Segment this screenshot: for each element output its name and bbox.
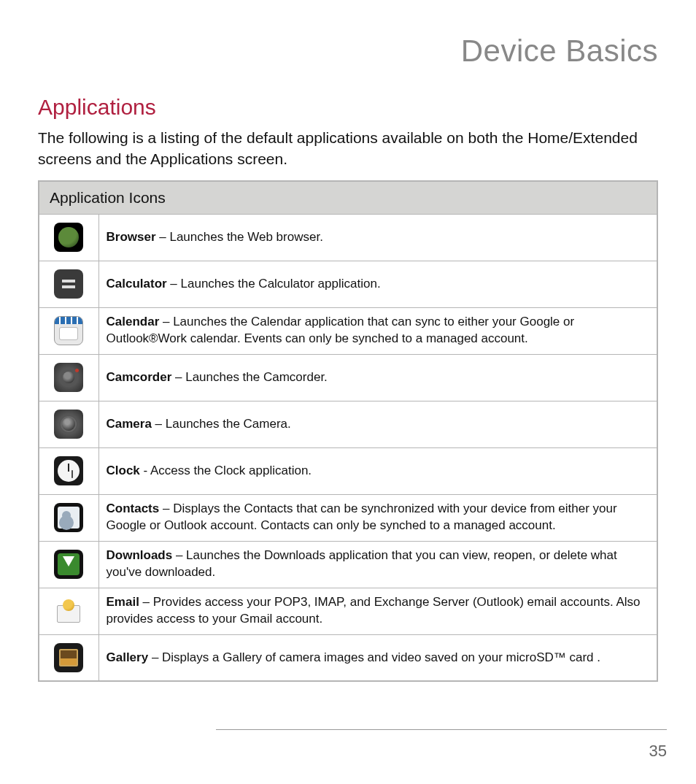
browser-icon xyxy=(54,223,83,252)
section-heading: Applications xyxy=(38,95,658,120)
table-row: Browser – Launches the Web browser. xyxy=(39,214,657,261)
app-description: Browser – Launches the Web browser. xyxy=(98,214,657,261)
calendar-icon xyxy=(54,316,83,345)
app-description: Clock - Access the Clock application. xyxy=(98,447,657,494)
table-row: Downloads – Launches the Downloads appli… xyxy=(39,541,657,588)
table-row: Calendar – Launches the Calendar applica… xyxy=(39,307,657,354)
table-row: Contacts – Displays the Contacts that ca… xyxy=(39,494,657,541)
app-description: Calendar – Launches the Calendar applica… xyxy=(98,307,657,354)
camcorder-icon xyxy=(54,363,83,392)
gallery-icon xyxy=(54,643,83,672)
downloads-icon xyxy=(54,550,83,579)
calculator-icon xyxy=(54,269,83,299)
app-description: Gallery – Displays a Gallery of camera i… xyxy=(98,634,657,681)
app-description: Email – Provides access your POP3, IMAP,… xyxy=(98,588,657,634)
footer-rule xyxy=(216,729,667,730)
app-description: Camera – Launches the Camera. xyxy=(98,401,657,447)
email-icon xyxy=(54,596,83,626)
app-description: Downloads – Launches the Downloads appli… xyxy=(98,541,657,588)
table-row: Gallery – Displays a Gallery of camera i… xyxy=(39,634,657,681)
clock-icon xyxy=(54,456,83,485)
table-row: Clock - Access the Clock application. xyxy=(39,447,657,494)
camera-icon xyxy=(54,410,83,439)
table-row: Email – Provides access your POP3, IMAP,… xyxy=(39,588,657,634)
applications-table: Application Icons Browser – Launches the… xyxy=(38,180,658,683)
contacts-icon xyxy=(54,503,83,532)
table-header: Application Icons xyxy=(39,181,657,215)
page-header-title: Device Basics xyxy=(38,34,658,69)
table-row: Calculator – Launches the Calculator app… xyxy=(39,261,657,307)
table-row: Camcorder – Launches the Camcorder. xyxy=(39,354,657,401)
app-description: Contacts – Displays the Contacts that ca… xyxy=(98,494,657,541)
table-row: Camera – Launches the Camera. xyxy=(39,401,657,447)
app-description: Calculator – Launches the Calculator app… xyxy=(98,261,657,307)
page-number: 35 xyxy=(649,742,667,761)
section-intro: The following is a listing of the defaul… xyxy=(38,127,658,170)
app-description: Camcorder – Launches the Camcorder. xyxy=(98,354,657,401)
